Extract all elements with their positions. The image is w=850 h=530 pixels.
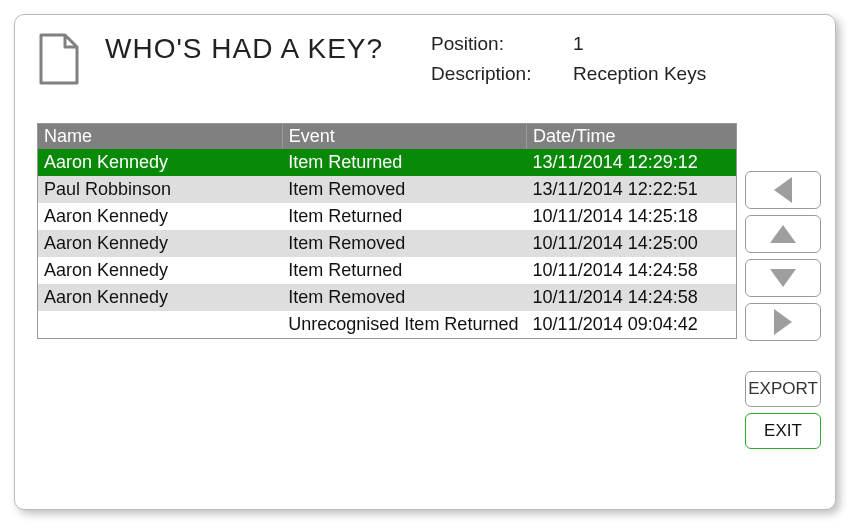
- cell-datetime: 13/11/2014 12:22:51: [527, 176, 736, 203]
- cell-datetime: 10/11/2014 14:25:00: [527, 230, 736, 257]
- down-button[interactable]: [745, 259, 821, 297]
- cell-event: Item Removed: [282, 284, 526, 311]
- description-label: Description:: [431, 63, 573, 85]
- position-label: Position:: [431, 33, 573, 55]
- cell-datetime: 10/11/2014 14:24:58: [527, 284, 736, 311]
- cell-name: Aaron Kennedy: [38, 149, 282, 176]
- history-table[interactable]: Name Event Date/Time Aaron KennedyItem R…: [37, 123, 737, 339]
- description-value: Reception Keys: [573, 63, 706, 85]
- content-area: Name Event Date/Time Aaron KennedyItem R…: [37, 123, 821, 449]
- cell-event: Item Removed: [282, 176, 526, 203]
- cell-event: Item Returned: [282, 203, 526, 230]
- table-row[interactable]: Aaron KennedyItem Removed10/11/2014 14:2…: [38, 230, 736, 257]
- col-header-datetime: Date/Time: [527, 124, 736, 149]
- meta-block: Position: 1 Description: Reception Keys: [431, 33, 706, 85]
- triangle-up-icon: [770, 225, 796, 243]
- prev-button[interactable]: [745, 171, 821, 209]
- document-icon: [37, 33, 81, 85]
- triangle-left-icon: [774, 177, 792, 203]
- exit-button[interactable]: EXIT: [745, 413, 821, 449]
- nav-controls: EXPORT EXIT: [745, 123, 821, 449]
- table-row[interactable]: Paul RobbinsonItem Removed13/11/2014 12:…: [38, 176, 736, 203]
- cell-event: Item Removed: [282, 230, 526, 257]
- table-row[interactable]: Aaron KennedyItem Returned13/11/2014 12:…: [38, 149, 736, 176]
- table-row[interactable]: Unrecognised Item Returned10/11/2014 09:…: [38, 311, 736, 338]
- position-value: 1: [573, 33, 706, 55]
- next-button[interactable]: [745, 303, 821, 341]
- up-button[interactable]: [745, 215, 821, 253]
- header: WHO'S HAD A KEY? Position: 1 Description…: [37, 33, 821, 85]
- table-row[interactable]: Aaron KennedyItem Returned10/11/2014 14:…: [38, 203, 736, 230]
- export-button[interactable]: EXPORT: [745, 371, 821, 407]
- cell-name: Aaron Kennedy: [38, 284, 282, 311]
- cell-event: Unrecognised Item Returned: [282, 311, 526, 338]
- col-header-event: Event: [282, 124, 526, 149]
- cell-name: [38, 311, 282, 338]
- main-panel: WHO'S HAD A KEY? Position: 1 Description…: [14, 14, 836, 510]
- cell-name: Aaron Kennedy: [38, 257, 282, 284]
- table-row[interactable]: Aaron KennedyItem Removed10/11/2014 14:2…: [38, 284, 736, 311]
- triangle-down-icon: [770, 269, 796, 287]
- cell-datetime: 10/11/2014 09:04:42: [527, 311, 736, 338]
- table-row[interactable]: Aaron KennedyItem Returned10/11/2014 14:…: [38, 257, 736, 284]
- cell-event: Item Returned: [282, 257, 526, 284]
- table-header-row: Name Event Date/Time: [38, 124, 736, 149]
- cell-name: Paul Robbinson: [38, 176, 282, 203]
- cell-name: Aaron Kennedy: [38, 230, 282, 257]
- cell-datetime: 10/11/2014 14:24:58: [527, 257, 736, 284]
- cell-event: Item Returned: [282, 149, 526, 176]
- cell-datetime: 10/11/2014 14:25:18: [527, 203, 736, 230]
- cell-datetime: 13/11/2014 12:29:12: [527, 149, 736, 176]
- col-header-name: Name: [38, 124, 282, 149]
- triangle-right-icon: [774, 309, 792, 335]
- cell-name: Aaron Kennedy: [38, 203, 282, 230]
- page-title: WHO'S HAD A KEY?: [105, 33, 383, 65]
